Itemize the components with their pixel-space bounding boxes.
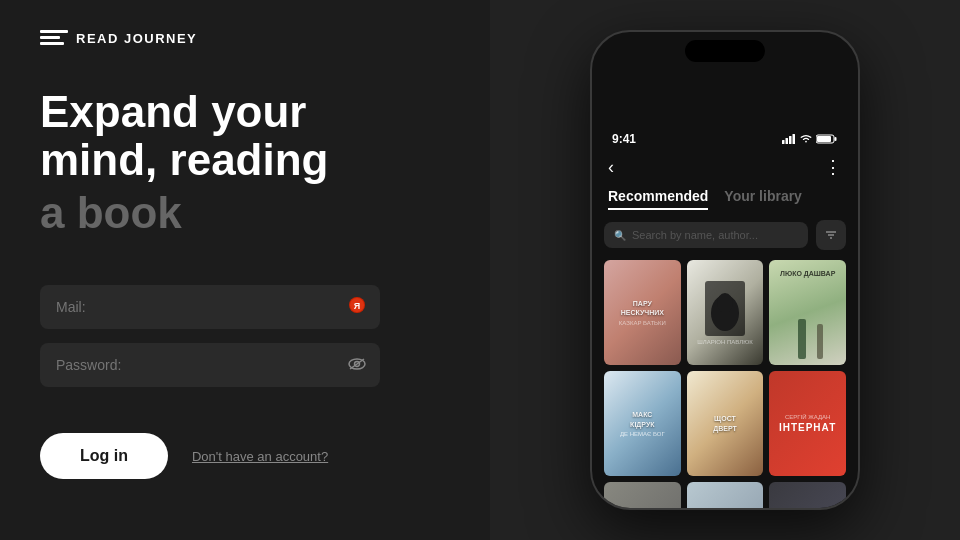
list-item[interactable]: ЛЮКО ДАШВАР bbox=[769, 260, 846, 365]
register-link[interactable]: Don't have an account? bbox=[192, 449, 328, 464]
status-time: 9:41 bbox=[612, 132, 636, 146]
status-bar: 9:41 bbox=[592, 120, 858, 150]
phone-topbar: ‹ ⋮ bbox=[592, 150, 858, 182]
mail-input[interactable] bbox=[40, 285, 380, 329]
svg-rect-10 bbox=[786, 138, 789, 144]
password-input[interactable] bbox=[40, 343, 380, 387]
tab-recommended[interactable]: Recommended bbox=[608, 188, 708, 210]
search-icon: 🔍 bbox=[614, 230, 626, 241]
right-panel: 9:41 bbox=[490, 0, 960, 540]
book-author: ШЛАРІОН ПАВЛЮК bbox=[697, 339, 753, 345]
svg-rect-11 bbox=[789, 136, 792, 144]
phone-mockup: 9:41 bbox=[590, 30, 860, 510]
svg-rect-0 bbox=[40, 30, 68, 33]
search-placeholder-text: Search by name, author... bbox=[632, 229, 758, 241]
list-item[interactable]: СЕРГІЙ ЖАДАН ІНТЕРНАТ bbox=[769, 371, 846, 476]
list-item[interactable]: ШЛАРІОН ПАВЛЮК bbox=[687, 260, 764, 365]
books-grid: ПАРУНЕСКУЧНИХ КАЗКАР БАТЬКИ ШЛАРІОН bbox=[592, 260, 858, 508]
tabs-container: Recommended Your library bbox=[592, 182, 858, 220]
list-item[interactable]: ЩОСТДВЕРТ bbox=[687, 371, 764, 476]
svg-rect-15 bbox=[835, 137, 837, 141]
left-panel: READ JOURNEY Expand your mind, reading a… bbox=[0, 0, 490, 540]
mail-icon: Я bbox=[348, 296, 366, 318]
battery-icon bbox=[816, 134, 838, 144]
back-button[interactable]: ‹ bbox=[608, 157, 614, 178]
signal-icon bbox=[782, 134, 796, 144]
svg-rect-14 bbox=[817, 136, 831, 142]
search-bar: 🔍 Search by name, author... bbox=[592, 220, 858, 260]
headline: Expand your mind, reading a book bbox=[40, 88, 450, 237]
phone-content: 9:41 bbox=[592, 32, 858, 508]
book-title: ПАРУНЕСКУЧНИХ bbox=[621, 299, 664, 317]
list-item[interactable]: ПАРУНЕСКУЧНИХ КАЗКАР БАТЬКИ bbox=[604, 260, 681, 365]
filter-button[interactable] bbox=[816, 220, 846, 250]
form-actions: Log in Don't have an account? bbox=[40, 433, 450, 479]
more-button[interactable]: ⋮ bbox=[824, 156, 842, 178]
list-item[interactable]: ВАСИЛЬЦІКЛЯР bbox=[687, 482, 764, 508]
svg-rect-9 bbox=[782, 140, 785, 144]
list-item[interactable] bbox=[604, 482, 681, 508]
wifi-icon bbox=[800, 134, 812, 144]
book-title: МАКСКІДРУК bbox=[630, 410, 654, 428]
svg-point-20 bbox=[717, 293, 733, 313]
logo-icon bbox=[40, 28, 68, 48]
eye-icon[interactable] bbox=[348, 356, 366, 374]
book-author: КАЗКАР БАТЬКИ bbox=[619, 320, 666, 326]
login-button[interactable]: Log in bbox=[40, 433, 168, 479]
list-item[interactable]: МАКСКІДРУК ДЕ НЕМАЄ БОГ bbox=[604, 371, 681, 476]
notch-area bbox=[592, 82, 858, 120]
svg-rect-1 bbox=[40, 36, 60, 39]
search-input-wrapper[interactable]: 🔍 Search by name, author... bbox=[604, 222, 808, 248]
tab-library[interactable]: Your library bbox=[724, 188, 802, 210]
mail-input-wrapper: Я bbox=[40, 285, 380, 329]
list-item[interactable] bbox=[769, 482, 846, 508]
book-title: ЩОСТДВЕРТ bbox=[713, 414, 737, 432]
svg-rect-2 bbox=[40, 42, 64, 45]
headline-sub: a book bbox=[40, 189, 450, 237]
app-name: READ JOURNEY bbox=[76, 31, 197, 46]
svg-text:Я: Я bbox=[354, 301, 360, 311]
svg-rect-12 bbox=[793, 134, 796, 144]
headline-main: Expand your mind, reading bbox=[40, 88, 450, 185]
password-field-group bbox=[40, 343, 450, 387]
logo: READ JOURNEY bbox=[40, 28, 450, 48]
status-icons bbox=[782, 134, 838, 144]
password-input-wrapper bbox=[40, 343, 380, 387]
mail-field-group: Я bbox=[40, 285, 450, 329]
